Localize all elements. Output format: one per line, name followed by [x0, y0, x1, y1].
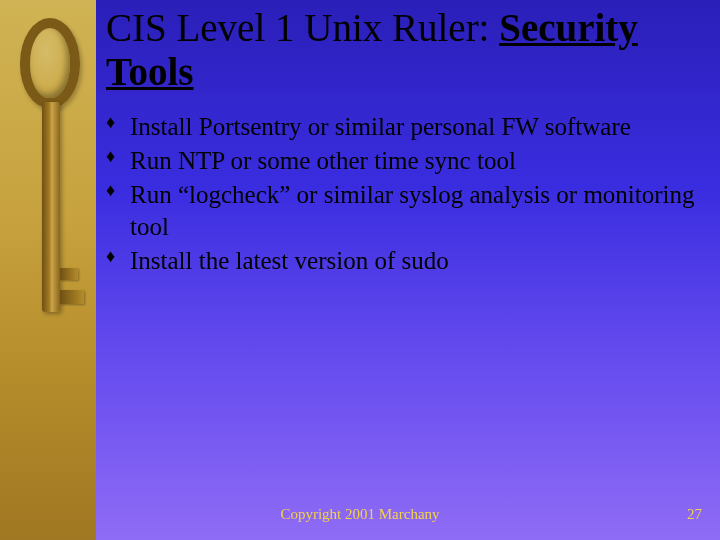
- footer-copyright: Copyright 2001 Marchany: [0, 506, 720, 523]
- slide-footer: Copyright 2001 Marchany 27: [0, 506, 720, 530]
- sidebar-decoration: [0, 0, 96, 540]
- bullet-list: Install Portsentry or similar personal F…: [106, 111, 710, 277]
- slide-title: CIS Level 1 Unix Ruler: Security Tools: [106, 6, 710, 93]
- bullet-text: Run NTP or some other time sync tool: [130, 147, 516, 174]
- list-item: Run “logcheck” or similar syslog analysi…: [106, 179, 710, 243]
- title-prefix: CIS Level 1 Unix Ruler:: [106, 6, 499, 49]
- list-item: Run NTP or some other time sync tool: [106, 145, 710, 177]
- list-item: Install the latest version of sudo: [106, 245, 710, 277]
- bullet-text: Install Portsentry or similar personal F…: [130, 113, 631, 140]
- slide-content: CIS Level 1 Unix Ruler: Security Tools I…: [106, 6, 710, 506]
- bullet-text: Run “logcheck” or similar syslog analysi…: [130, 181, 695, 240]
- bullet-text: Install the latest version of sudo: [130, 247, 449, 274]
- key-icon: [18, 18, 86, 338]
- list-item: Install Portsentry or similar personal F…: [106, 111, 710, 143]
- slide: CIS Level 1 Unix Ruler: Security Tools I…: [0, 0, 720, 540]
- footer-page-number: 27: [687, 506, 702, 523]
